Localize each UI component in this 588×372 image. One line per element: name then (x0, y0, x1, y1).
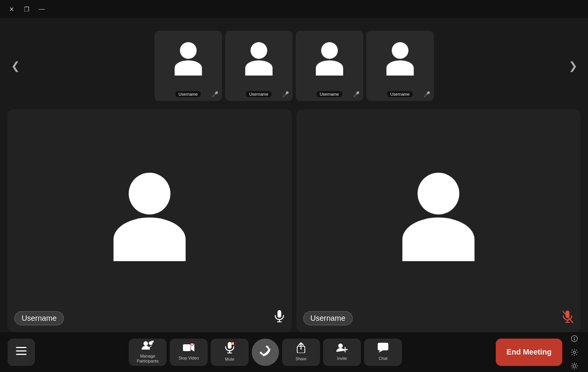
tile-button[interactable]: ❐ (21, 4, 32, 14)
hangup-icon (260, 347, 271, 357)
mute-icon: 🎤 (353, 91, 359, 97)
strip-username: Username (246, 91, 271, 97)
more-settings-icon[interactable] (568, 360, 580, 372)
mute-icon (225, 342, 234, 355)
info-icon[interactable] (568, 333, 580, 345)
svg-rect-8 (16, 350, 27, 352)
strip-username: Username (317, 91, 342, 97)
strip-tile: Username 🎤 (296, 31, 363, 101)
mute-icon: 🎤 (282, 91, 289, 97)
strip-tile: Username 🎤 (154, 31, 222, 101)
chat-button[interactable]: Chat (364, 339, 402, 366)
invite-label: Invite (337, 356, 347, 361)
svg-rect-7 (16, 347, 27, 348)
main-avatar-1 (114, 173, 186, 261)
next-arrow[interactable]: ❯ (565, 58, 580, 73)
svg-rect-9 (16, 354, 27, 355)
share-icon (296, 342, 306, 355)
svg-rect-32 (378, 343, 388, 350)
avatar (316, 42, 343, 76)
menu-button[interactable] (8, 339, 35, 366)
stop-video-button[interactable]: Stop Video (170, 339, 208, 366)
avatar-head (251, 42, 267, 59)
svg-point-36 (574, 337, 575, 337)
end-meeting-button[interactable]: End Meeting (496, 339, 562, 366)
main-username-1: Username (14, 311, 64, 325)
chat-label: Chat (378, 356, 387, 361)
video-tile-1: Username (8, 109, 292, 332)
avatar-head (418, 173, 459, 214)
mute-button[interactable]: Mute (211, 339, 249, 366)
avatar-head (321, 42, 338, 59)
mic-active-icon (274, 310, 284, 325)
avatar (245, 42, 273, 76)
mute-icon: 🎤 (212, 91, 218, 97)
main-content: ❮ Username 🎤 Username 🎤 Usern (0, 18, 588, 332)
hangup-button[interactable] (252, 339, 279, 366)
avatar-body (316, 60, 343, 76)
title-bar: ✕ ❐ — (0, 0, 588, 18)
menu-icon (16, 347, 27, 358)
settings-icon[interactable] (568, 346, 580, 358)
avatar-body (175, 60, 202, 76)
main-video-area: Username Username (0, 109, 588, 332)
strip-tile: Username 🎤 (225, 31, 293, 101)
side-icons (568, 333, 580, 372)
svg-rect-0 (277, 310, 281, 318)
stop-video-icon (183, 343, 194, 354)
svg-marker-33 (378, 350, 383, 353)
stop-video-label: Stop Video (178, 356, 199, 361)
mute-label: Mute (225, 357, 234, 362)
avatar-body (245, 60, 273, 76)
svg-rect-14 (183, 344, 191, 351)
share-label: Share (295, 356, 306, 361)
minimize-button[interactable]: — (36, 4, 47, 14)
manage-participants-icon (142, 340, 154, 352)
manage-participants-button[interactable]: ManageParticipants (129, 339, 167, 366)
avatar-head (180, 42, 197, 59)
svg-point-29 (338, 344, 343, 348)
svg-rect-26 (260, 351, 263, 355)
strip-username: Username (175, 91, 201, 97)
avatar-head (392, 42, 408, 59)
svg-point-37 (573, 351, 575, 353)
mute-icon (562, 311, 574, 326)
avatar-body (114, 218, 186, 261)
bottom-bar: ManageParticipants Stop Video (0, 332, 588, 372)
avatar-head (129, 173, 170, 214)
svg-point-38 (573, 364, 576, 367)
main-avatar-2 (402, 173, 474, 261)
mute-icon: 🎤 (424, 91, 430, 97)
strip-tile: Username 🎤 (366, 31, 434, 101)
video-tile-2: Username (296, 109, 581, 332)
end-meeting-label: End Meeting (506, 348, 552, 356)
close-button[interactable]: ✕ (6, 4, 17, 14)
prev-arrow[interactable]: ❮ (8, 58, 23, 73)
avatar-body (386, 60, 414, 76)
strip-username: Username (387, 91, 413, 97)
manage-participants-label: ManageParticipants (137, 354, 158, 364)
invite-icon (336, 343, 348, 355)
participant-strip: ❮ Username 🎤 Username 🎤 Usern (0, 22, 588, 109)
invite-button[interactable]: Invite (323, 339, 361, 366)
svg-point-10 (143, 341, 148, 346)
avatar (175, 42, 202, 76)
share-button[interactable]: Share (282, 339, 320, 366)
main-username-2: Username (303, 311, 353, 325)
svg-rect-19 (228, 342, 232, 349)
svg-rect-25 (266, 345, 270, 349)
avatar (386, 42, 414, 76)
avatar-body (402, 218, 474, 261)
chat-icon (378, 343, 388, 355)
